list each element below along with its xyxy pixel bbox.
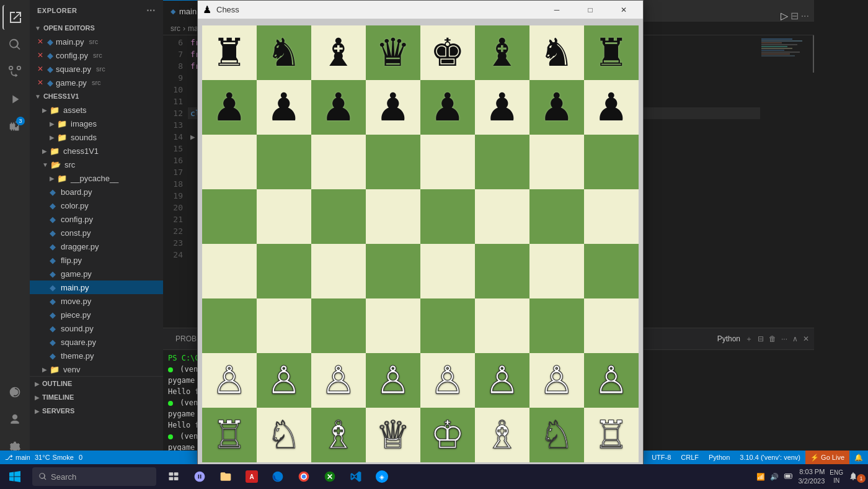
chess-cell-1-2[interactable]: ♟ (311, 80, 366, 135)
chess-cell-5-3[interactable] (366, 298, 420, 353)
taskbar-search[interactable]: Search (32, 467, 156, 486)
chess-cell-6-0[interactable]: ♙ (202, 353, 257, 408)
chess-cell-0-2[interactable]: ♝ (311, 25, 366, 80)
source-control-activity-icon[interactable] (2, 60, 27, 84)
status-python-version[interactable]: 3.10.4 ('venv': venv) (735, 451, 805, 464)
chess-cell-6-4[interactable]: ♙ (420, 353, 475, 408)
chess-cell-4-3[interactable] (366, 244, 420, 298)
chess-cell-0-5[interactable]: ♝ (475, 25, 529, 80)
chess-cell-7-4[interactable]: ♔ (420, 408, 475, 462)
chess-cell-5-1[interactable] (257, 298, 311, 353)
xbox-button[interactable] (317, 464, 342, 489)
sidebar-item-chess1v1-folder[interactable]: ▶ 📁 chess1V1 (30, 144, 163, 158)
terminal-add-icon[interactable]: ＋ (745, 334, 753, 344)
chess-cell-1-5[interactable]: ♟ (475, 80, 529, 135)
chess-cell-2-7[interactable] (584, 135, 639, 189)
timeline-toggle[interactable]: ▶ TIMELINE (30, 390, 163, 404)
sidebar-item-src[interactable]: ▼ 📂 src (30, 158, 163, 171)
chess-cell-2-5[interactable] (475, 135, 529, 189)
chess-cell-1-7[interactable]: ♟ (584, 80, 639, 135)
chess-cell-5-6[interactable] (529, 298, 584, 353)
status-golive[interactable]: ⚡ Go Live (805, 451, 849, 464)
sidebar-item-venv[interactable]: ▶ 📁 venv (30, 362, 163, 376)
chess-cell-1-1[interactable]: ♟ (257, 80, 311, 135)
chess-cell-7-2[interactable]: ♗ (311, 408, 366, 462)
open-editor-game-py[interactable]: ✕ ◆ game.py src (30, 76, 163, 89)
chess-cell-0-0[interactable]: ♜ (202, 25, 257, 80)
taskbar-clock[interactable]: 8:03 PM 3/2/2023 (799, 467, 825, 487)
status-encoding[interactable]: UTF-8 (647, 451, 676, 464)
chess-cell-7-3[interactable]: ♕ (366, 408, 420, 462)
sidebar-item-const-py[interactable]: ◆ const.py (30, 226, 163, 240)
chess-cell-0-1[interactable]: ♞ (257, 25, 311, 80)
terminal-trash-icon[interactable]: 🗑 (769, 334, 776, 343)
sidebar-item-assets[interactable]: ▶ 📁 assets (30, 103, 163, 117)
chess-cell-6-7[interactable]: ♙ (584, 353, 639, 408)
file-explorer-button[interactable] (213, 464, 238, 489)
open-editor-config-py[interactable]: ✕ ◆ config.py src (30, 48, 163, 62)
network-icon[interactable]: 📶 (756, 473, 765, 481)
chess-cell-3-0[interactable] (202, 189, 257, 244)
fold-icon-14[interactable]: ▶ (190, 131, 195, 143)
chess-cell-3-7[interactable] (584, 189, 639, 244)
status-notifications[interactable]: 🔔 (849, 451, 868, 464)
chess-cell-1-6[interactable]: ♟ (529, 80, 584, 135)
split-editor-icon[interactable]: ⊟ (790, 10, 799, 22)
chess-cell-0-4[interactable]: ♚ (420, 25, 475, 80)
chess-cell-2-1[interactable] (257, 135, 311, 189)
search-activity-icon[interactable] (2, 32, 27, 57)
chess-cell-0-6[interactable]: ♞ (529, 25, 584, 80)
chess1v1-toggle[interactable]: ▼ CHESS1V1 (30, 89, 163, 103)
extensions-activity-icon[interactable]: 3 (2, 114, 27, 139)
close-editor-game-icon[interactable]: ✕ (37, 78, 43, 87)
open-editor-main-py[interactable]: ✕ ◆ main.py src (30, 35, 163, 48)
outline-toggle[interactable]: ▶ OUTLINE (30, 377, 163, 390)
chess-cell-4-6[interactable] (529, 244, 584, 298)
close-editor-config-icon[interactable]: ✕ (37, 51, 43, 60)
app1-button[interactable]: A (239, 464, 264, 489)
chess-cell-3-6[interactable] (529, 189, 584, 244)
chess-cell-5-0[interactable] (202, 298, 257, 353)
chess-cell-3-2[interactable] (311, 189, 366, 244)
breadcrumb-src[interactable]: src (170, 24, 180, 33)
explorer-activity-icon[interactable] (2, 5, 27, 30)
chess-cell-5-4[interactable] (420, 298, 475, 353)
chess-cell-4-4[interactable] (420, 244, 475, 298)
chess-cell-3-1[interactable] (257, 189, 311, 244)
chess-cell-3-4[interactable] (420, 189, 475, 244)
language-indicator[interactable]: ENGIN (830, 469, 843, 485)
sidebar-item-pycache[interactable]: ▶ 📁 __pycache__ (30, 171, 163, 185)
sidebar-item-sounds[interactable]: ▶ 📁 sounds (30, 130, 163, 144)
sidebar-item-config-py[interactable]: ◆ config.py (30, 212, 163, 226)
chess-cell-4-1[interactable] (257, 244, 311, 298)
chrome-button[interactable] (291, 464, 316, 489)
chess-cell-7-7[interactable]: ♖ (584, 408, 639, 462)
sidebar-item-board-py[interactable]: ◆ board.py (30, 185, 163, 199)
sidebar-item-move-py[interactable]: ◆ move.py (30, 294, 163, 308)
chess-cell-1-3[interactable]: ♟ (366, 80, 420, 135)
terminal-split-icon[interactable]: ⊟ (758, 334, 764, 343)
chess-cell-4-5[interactable] (475, 244, 529, 298)
volume-icon[interactable]: 🔊 (770, 473, 779, 481)
open-editors-toggle[interactable]: ▼ Open Editors (30, 21, 163, 35)
sidebar-item-game-py-tree[interactable]: ◆ game.py (30, 267, 163, 280)
chess-cell-3-5[interactable] (475, 189, 529, 244)
chess-cell-1-0[interactable]: ♟ (202, 80, 257, 135)
status-language[interactable]: Python (704, 451, 735, 464)
status-eol[interactable]: CRLF (676, 451, 704, 464)
chess-cell-1-4[interactable]: ♟ (420, 80, 475, 135)
sidebar-item-flip-py[interactable]: ◆ flip.py (30, 253, 163, 267)
chess-cell-2-0[interactable] (202, 135, 257, 189)
chess-cell-4-0[interactable] (202, 244, 257, 298)
run-debug-activity-icon[interactable] (2, 87, 27, 112)
close-editor-icon[interactable]: ✕ (37, 37, 43, 46)
close-editor-square-icon[interactable]: ✕ (37, 65, 43, 73)
terminal-expand-icon[interactable]: ∧ (792, 334, 798, 343)
account-activity-icon[interactable] (2, 407, 27, 432)
chess-minimize-button[interactable]: ─ (542, 1, 571, 19)
sidebar-item-images[interactable]: ▶ 📁 images (30, 117, 163, 130)
teams-button[interactable] (187, 464, 212, 489)
chess-cell-7-1[interactable]: ♘ (257, 408, 311, 462)
minimap-scrollbar[interactable] (813, 35, 814, 73)
terminal-more-icon[interactable]: ··· (781, 334, 787, 343)
